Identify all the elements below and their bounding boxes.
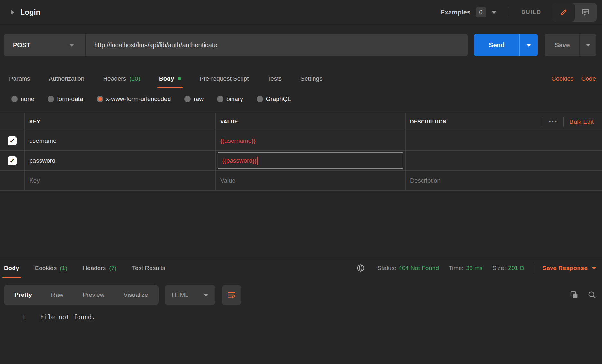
view-raw[interactable]: Raw [51, 291, 63, 298]
network-globe-icon[interactable] [356, 264, 365, 272]
chevron-down-icon [526, 44, 531, 47]
divider [534, 263, 534, 273]
radio-icon [257, 96, 263, 102]
status-label: Status: [377, 265, 396, 272]
time-label: Time: [449, 265, 464, 272]
send-button[interactable]: Send [474, 34, 519, 56]
row-checkbox-checked[interactable]: ✓ [8, 156, 17, 165]
mode-binary[interactable]: binary [217, 96, 243, 103]
method-select[interactable]: POST [4, 34, 85, 56]
search-button[interactable] [588, 290, 597, 299]
radio-icon [48, 96, 54, 102]
response-body-line: 1 File not found. [0, 314, 602, 321]
tab-settings[interactable]: Settings [300, 69, 323, 88]
comment-icon [581, 8, 590, 16]
collection-caret-icon[interactable] [11, 10, 14, 15]
value-input-focused[interactable]: {{password}} [218, 152, 403, 169]
tab-authorization[interactable]: Authorization [49, 69, 84, 88]
more-actions-button[interactable]: ••• [549, 118, 558, 125]
response-tabs-bar: Body Cookies (1) Headers (7) Test Result… [0, 258, 602, 278]
chevron-down-icon [586, 44, 591, 47]
table-row-empty: Key Value Description [0, 171, 602, 191]
request-header-bar: Login Examples 0 BUILD [0, 0, 602, 25]
description-cell[interactable] [405, 151, 602, 170]
response-tab-test-results[interactable]: Test Results [132, 258, 165, 278]
tab-params[interactable]: Params [9, 69, 30, 88]
value-placeholder[interactable]: Value [215, 171, 405, 190]
tab-tests[interactable]: Tests [268, 69, 282, 88]
mode-form-data[interactable]: form-data [48, 96, 83, 103]
url-group: POST http://localhost/lms/api/lib/auth/a… [4, 34, 468, 56]
postman-request-window: Login Examples 0 BUILD [0, 0, 602, 364]
line-number: 1 [0, 314, 26, 321]
divider [509, 7, 509, 17]
size-label: Size: [492, 265, 506, 272]
key-cell[interactable]: username [24, 131, 215, 150]
view-visualize[interactable]: Visualize [123, 291, 148, 298]
send-button-group: Send [474, 34, 538, 56]
bulk-edit-link[interactable]: Bulk Edit [570, 118, 594, 125]
description-cell[interactable] [405, 131, 602, 150]
tab-pre-request-script[interactable]: Pre-request Script [200, 69, 249, 88]
copy-icon [570, 290, 579, 300]
row-checkbox-checked[interactable]: ✓ [8, 136, 17, 145]
method-value: POST [13, 41, 30, 49]
description-column-header: DESCRIPTION ••• Bulk Edit [405, 113, 602, 131]
wrap-text-button[interactable] [222, 285, 241, 305]
mode-none[interactable]: none [11, 96, 34, 103]
mode-graphql[interactable]: GraphQL [257, 96, 291, 103]
comments-button[interactable] [575, 3, 597, 22]
urlencoded-params-table: KEY VALUE DESCRIPTION ••• Bulk Edit ✓ us… [0, 113, 602, 191]
response-actions [570, 290, 597, 300]
text-cursor [257, 157, 258, 165]
request-title: Login [20, 8, 41, 17]
build-label: BUILD [521, 9, 541, 15]
view-mode-toggle [553, 3, 597, 22]
view-pretty[interactable]: Pretty [14, 291, 32, 298]
cookies-count: (1) [60, 265, 67, 272]
divider [563, 117, 564, 127]
key-cell[interactable]: password [24, 151, 215, 170]
body-mode-options: none form-data x-www-form-urlencoded raw… [11, 93, 291, 105]
response-format-select[interactable]: HTML [165, 285, 215, 305]
examples-dropdown[interactable]: Examples 0 [441, 7, 497, 17]
topbar-right: Examples 0 BUILD [441, 3, 597, 22]
code-link[interactable]: Code [581, 75, 596, 82]
edit-mode-button[interactable] [553, 3, 575, 22]
view-preview[interactable]: Preview [83, 291, 105, 298]
radio-icon [217, 96, 223, 102]
copy-button[interactable] [570, 290, 579, 300]
response-body-text: File not found. [40, 314, 96, 321]
key-column-header: KEY [24, 113, 215, 131]
response-tab-body[interactable]: Body [4, 258, 19, 278]
header-checkbox-cell [0, 113, 24, 131]
save-options-button[interactable] [579, 34, 596, 56]
table-row: ✓ password {{password}} [0, 151, 602, 171]
save-button[interactable]: Save [545, 34, 579, 56]
divider [543, 117, 543, 127]
mode-raw[interactable]: raw [184, 96, 204, 103]
value-cell[interactable]: {{username}} [215, 131, 405, 150]
key-placeholder[interactable]: Key [24, 171, 215, 190]
mode-x-www-form-urlencoded[interactable]: x-www-form-urlencoded [97, 96, 171, 103]
cookies-link[interactable]: Cookies [552, 75, 574, 82]
chevron-down-icon [203, 294, 208, 296]
save-response-button[interactable]: Save Response [543, 265, 597, 272]
tabs-right-links: Cookies Code [552, 75, 596, 82]
size-value: 291 B [508, 265, 524, 272]
time-value: 33 ms [466, 265, 483, 272]
examples-count-badge: 0 [476, 7, 486, 17]
table-header-row: KEY VALUE DESCRIPTION ••• Bulk Edit [0, 113, 602, 131]
response-toolbar: Pretty Raw Preview Visualize HTML [0, 285, 602, 305]
send-options-button[interactable] [519, 34, 538, 56]
description-placeholder[interactable]: Description [405, 171, 602, 190]
response-tab-cookies[interactable]: Cookies (1) [35, 258, 68, 278]
tab-body[interactable]: Body [159, 69, 181, 88]
url-input[interactable]: http://localhost/lms/api/lib/auth/authen… [86, 41, 217, 49]
radio-selected-icon [97, 96, 103, 102]
search-icon [588, 290, 597, 299]
response-tab-headers[interactable]: Headers (7) [83, 258, 116, 278]
tab-headers[interactable]: Headers (10) [103, 69, 140, 88]
wrap-text-icon [227, 291, 236, 299]
chevron-down-icon [491, 11, 497, 14]
